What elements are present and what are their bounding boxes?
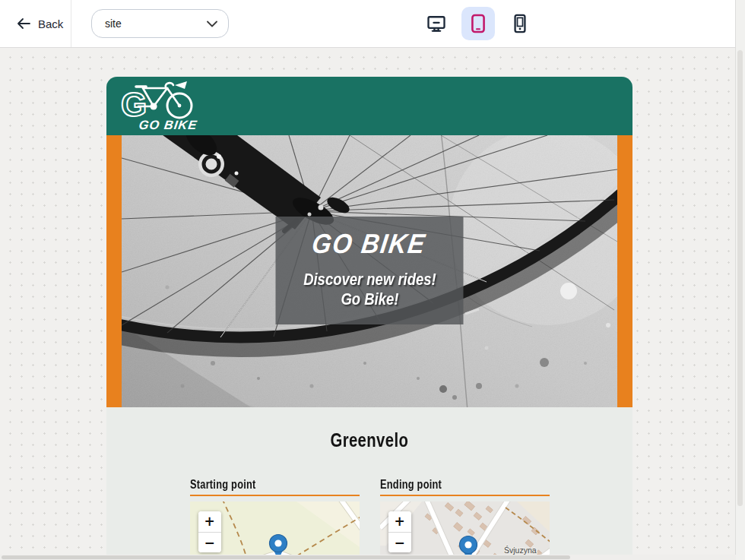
arrow-left-icon xyxy=(17,17,30,30)
starting-point-column: Starting point + − xyxy=(190,478,360,560)
hero-tagline-line2: Go Bike! xyxy=(303,289,436,309)
zoom-out-button[interactable]: − xyxy=(198,532,221,553)
ending-point-column: Ending point + − xyxy=(380,478,550,560)
device-toggle-group xyxy=(420,7,537,40)
horizontal-scrollbar[interactable] xyxy=(0,555,736,560)
toolbar-divider xyxy=(71,0,71,47)
route-columns: Starting point + − xyxy=(190,478,550,560)
vertical-scrollbar-thumb[interactable] xyxy=(737,50,743,506)
map-zoom-control: + − xyxy=(388,511,411,552)
tablet-icon xyxy=(468,13,489,34)
brand-wordmark: GO BIKE xyxy=(138,118,198,132)
preview-canvas: G GO BIKE xyxy=(0,47,736,560)
section-heading: Greenvelo xyxy=(106,429,632,452)
zoom-in-button[interactable]: + xyxy=(198,511,221,532)
back-label: Back xyxy=(38,17,63,30)
bike-logo-icon: G GO BIKE xyxy=(120,81,204,134)
hero-title: GO BIKE xyxy=(276,230,464,258)
place-label: Śvjuzyna xyxy=(504,546,537,555)
mobile-preview-button[interactable] xyxy=(503,7,537,40)
zoom-in-button[interactable]: + xyxy=(388,511,411,532)
hero-tagline: Discover new rides! Go Bike! xyxy=(276,270,464,310)
starting-point-heading: Starting point xyxy=(190,478,360,496)
chevron-down-icon xyxy=(207,21,217,27)
vertical-scrollbar[interactable] xyxy=(735,0,745,560)
desktop-monitor-icon xyxy=(426,13,447,34)
hero-section: GO BIKE Discover new rides! Go Bike! xyxy=(106,135,632,407)
page-select-value: site xyxy=(105,17,207,30)
zoom-out-button[interactable]: − xyxy=(388,532,411,553)
map-zoom-control: + − xyxy=(198,511,221,552)
tablet-preview-button[interactable] xyxy=(461,7,495,40)
hero-overlay: GO BIKE Discover new rides! Go Bike! xyxy=(276,217,464,324)
hero-tagline-line1: Discover new rides! xyxy=(303,270,436,289)
ending-point-heading: Ending point xyxy=(380,478,550,496)
preview-card: G GO BIKE xyxy=(106,77,632,560)
smartphone-icon xyxy=(509,13,531,34)
toolbar: Back site xyxy=(0,0,736,48)
back-button[interactable]: Back xyxy=(12,0,68,47)
desktop-preview-button[interactable] xyxy=(420,7,453,40)
starting-point-map[interactable]: + − xyxy=(190,501,360,560)
site-header: G GO BIKE xyxy=(106,77,632,135)
page-select-dropdown[interactable]: site xyxy=(91,9,229,38)
ending-point-map[interactable]: + − xyxy=(380,501,550,560)
route-section: Greenvelo Starting point + − xyxy=(106,407,632,560)
horizontal-scrollbar-thumb[interactable] xyxy=(2,555,570,559)
